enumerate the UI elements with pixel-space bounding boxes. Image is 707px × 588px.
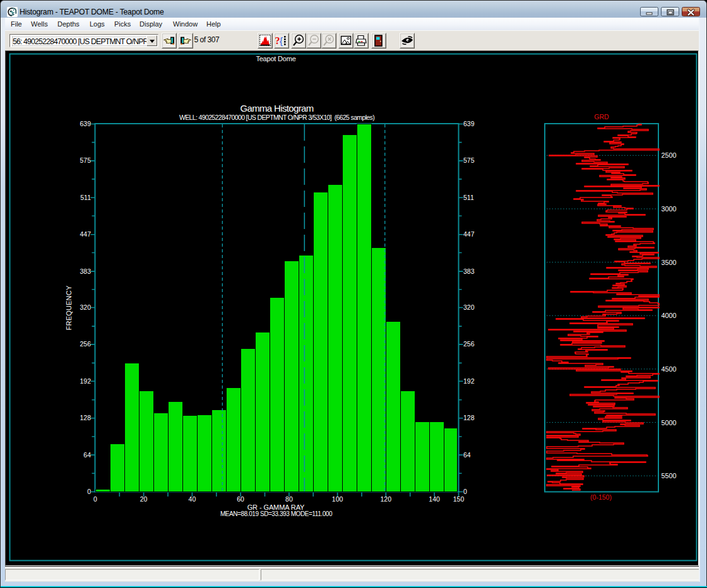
svg-text:64: 64	[463, 451, 471, 459]
svg-text:Teapot Dome: Teapot Dome	[256, 55, 295, 62]
svg-text:192: 192	[463, 377, 475, 385]
svg-text:4500: 4500	[662, 365, 677, 373]
svg-text:447: 447	[463, 230, 475, 238]
svg-text:128: 128	[80, 414, 91, 421]
svg-text:0: 0	[87, 488, 91, 495]
svg-text:(0-150): (0-150)	[590, 493, 612, 501]
svg-text:192: 192	[80, 377, 91, 385]
svg-text:64: 64	[83, 451, 91, 459]
svg-text:575: 575	[80, 156, 91, 164]
svg-text:320: 320	[80, 303, 91, 311]
svg-text:MEAN=88.019 SD=33.393 MODE=111: MEAN=88.019 SD=33.393 MODE=111.000	[220, 510, 333, 517]
svg-text:0: 0	[463, 488, 467, 495]
svg-text:5000: 5000	[662, 419, 677, 426]
svg-text:128: 128	[463, 414, 475, 421]
svg-text:383: 383	[80, 268, 91, 275]
svg-text:FREQUENCY: FREQUENCY	[65, 285, 73, 330]
svg-text:511: 511	[463, 194, 474, 201]
svg-text:511: 511	[80, 194, 91, 201]
svg-text:320: 320	[463, 303, 475, 311]
svg-text:GRD: GRD	[594, 113, 609, 121]
svg-text:639: 639	[80, 120, 91, 127]
svg-text:WELL: 49025228470000 [US DEPTM: WELL: 49025228470000 [US DEPTMNT O/NPR 3…	[179, 114, 374, 121]
svg-text:0: 0	[93, 495, 97, 503]
svg-text:447: 447	[80, 230, 91, 238]
svg-text:639: 639	[463, 120, 475, 127]
svg-text:3000: 3000	[662, 205, 677, 213]
svg-text:Gamma Histogram: Gamma Histogram	[240, 103, 313, 114]
svg-text:256: 256	[80, 340, 91, 348]
svg-text:383: 383	[463, 268, 475, 275]
svg-text:256: 256	[463, 340, 475, 348]
svg-text:4000: 4000	[662, 312, 677, 319]
svg-text:2500: 2500	[662, 151, 677, 159]
svg-text:575: 575	[463, 156, 475, 164]
svg-text:5500: 5500	[662, 472, 677, 479]
svg-text:3500: 3500	[662, 259, 677, 266]
